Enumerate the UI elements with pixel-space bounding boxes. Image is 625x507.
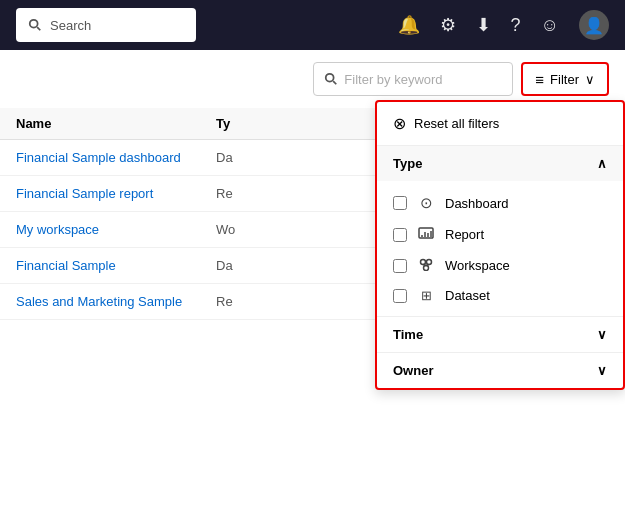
row-name[interactable]: My workspace (16, 222, 216, 237)
filter-option-dashboard[interactable]: ⊙ Dashboard (377, 187, 623, 219)
nav-icons: 🔔 ⚙ ⬇ ? ☺ 👤 (398, 10, 609, 40)
dataset-label: Dataset (445, 288, 490, 303)
search-icon (28, 18, 42, 32)
type-section-label: Type (393, 156, 422, 171)
row-type: Re (216, 294, 233, 309)
search-placeholder: Search (50, 18, 91, 33)
filter-button-label: Filter (550, 72, 579, 87)
filter-option-workspace[interactable]: Workspace (377, 250, 623, 281)
col-name-header: Name (16, 116, 216, 131)
dataset-checkbox[interactable] (393, 289, 407, 303)
workspace-label: Workspace (445, 258, 510, 273)
time-chevron-down-icon: ∨ (597, 327, 607, 342)
svg-point-0 (30, 20, 38, 28)
svg-line-1 (37, 27, 40, 30)
owner-section-header[interactable]: Owner ∨ (377, 352, 623, 388)
time-section-label: Time (393, 327, 423, 342)
row-name[interactable]: Sales and Marketing Sample (16, 294, 216, 309)
reset-icon: ⊗ (393, 114, 406, 133)
main-content: Filter by keyword ≡ Filter ∨ Name Ty Fin… (0, 50, 625, 507)
svg-line-3 (334, 81, 337, 84)
reset-label: Reset all filters (414, 116, 499, 131)
report-icon (417, 226, 435, 243)
help-icon[interactable]: ? (511, 15, 521, 36)
reset-filters-button[interactable]: ⊗ Reset all filters (377, 102, 623, 146)
dashboard-checkbox[interactable] (393, 196, 407, 210)
owner-chevron-down-icon: ∨ (597, 363, 607, 378)
report-checkbox[interactable] (393, 228, 407, 242)
workspace-checkbox[interactable] (393, 259, 407, 273)
keyword-placeholder: Filter by keyword (344, 72, 442, 87)
filter-chevron-down-icon: ∨ (585, 72, 595, 87)
search-box[interactable]: Search (16, 8, 196, 42)
row-type: Wo (216, 222, 235, 237)
filter-panel: ⊗ Reset all filters Type ∧ ⊙ Dashboard (375, 100, 625, 390)
type-section-header[interactable]: Type ∧ (377, 146, 623, 181)
dashboard-label: Dashboard (445, 196, 509, 211)
filter-button[interactable]: ≡ Filter ∨ (521, 62, 609, 96)
row-type: Re (216, 186, 233, 201)
col-type-header: Ty (216, 116, 230, 131)
owner-section-label: Owner (393, 363, 433, 378)
keyword-search-icon (324, 72, 338, 86)
row-type: Da (216, 258, 233, 273)
time-section-header[interactable]: Time ∨ (377, 316, 623, 352)
svg-point-9 (421, 260, 426, 265)
filter-option-dataset[interactable]: ⊞ Dataset (377, 281, 623, 310)
avatar[interactable]: 👤 (579, 10, 609, 40)
bell-icon[interactable]: 🔔 (398, 14, 420, 36)
filter-option-report[interactable]: Report (377, 219, 623, 250)
row-name[interactable]: Financial Sample dashboard (16, 150, 216, 165)
svg-point-11 (424, 266, 429, 271)
row-type: Da (216, 150, 233, 165)
smiley-icon[interactable]: ☺ (541, 15, 559, 36)
settings-icon[interactable]: ⚙ (440, 14, 456, 36)
row-name[interactable]: Financial Sample (16, 258, 216, 273)
type-section-body: ⊙ Dashboard Report (377, 181, 623, 316)
svg-line-12 (423, 265, 426, 266)
avatar-icon: 👤 (584, 16, 604, 35)
keyword-filter-input[interactable]: Filter by keyword (313, 62, 513, 96)
svg-line-13 (426, 265, 429, 266)
svg-point-2 (326, 74, 334, 82)
svg-point-10 (427, 260, 432, 265)
row-name[interactable]: Financial Sample report (16, 186, 216, 201)
workspace-icon (417, 257, 435, 274)
dataset-icon: ⊞ (417, 288, 435, 303)
top-navigation: Search 🔔 ⚙ ⬇ ? ☺ 👤 (0, 0, 625, 50)
dashboard-icon: ⊙ (417, 194, 435, 212)
filter-lines-icon: ≡ (535, 71, 544, 88)
report-label: Report (445, 227, 484, 242)
download-icon[interactable]: ⬇ (476, 14, 491, 36)
type-chevron-up-icon: ∧ (597, 156, 607, 171)
